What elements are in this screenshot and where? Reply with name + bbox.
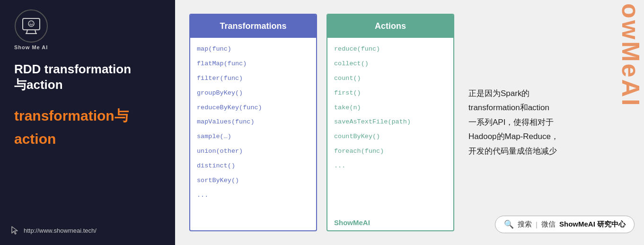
description-area: 正是因为Spark的transformation和action一系列API，使得…: [464, 87, 630, 159]
subtitle-line1: transformation与: [14, 106, 129, 125]
platform-label: 微信: [541, 220, 556, 229]
cursor-icon: [9, 225, 20, 236]
actions-table: Actions reduce(func) collect() count() f…: [326, 14, 454, 231]
transformations-header: Transformations: [190, 15, 316, 38]
svg-line-2: [35, 30, 36, 34]
svg-point-6: [32, 23, 33, 24]
actions-header: Actions: [327, 15, 453, 38]
actions-body: reduce(func) collect() count() first() t…: [327, 38, 453, 215]
main-content: Transformations map(func) flatMap(func) …: [175, 0, 644, 245]
actions-table-footer: ShowMeAI: [327, 215, 453, 230]
logo-icon: [21, 16, 42, 36]
list-item: reduce(func): [334, 43, 447, 56]
list-item: mapValues(func): [197, 115, 309, 129]
svg-point-5: [30, 23, 31, 24]
list-item: count(): [334, 72, 447, 86]
list-item: countByKey(): [334, 130, 447, 144]
svg-point-4: [28, 21, 34, 26]
logo-circle: [15, 9, 48, 43]
list-item: collect(): [334, 57, 447, 71]
list-item: flatMap(func): [197, 57, 309, 71]
logo-text: Show Me AI: [14, 44, 48, 50]
logo-area: Show Me AI: [14, 9, 48, 50]
description-text: 正是因为Spark的transformation和action一系列API，使得…: [468, 89, 559, 156]
list-item: groupByKey(): [197, 87, 309, 100]
website-link[interactable]: http://www.showmeai.tech/: [9, 225, 97, 236]
list-item: sample(…): [197, 130, 309, 144]
list-item: map(func): [197, 43, 309, 56]
website-url: http://www.showmeai.tech/: [24, 227, 97, 234]
list-item: ...: [334, 159, 447, 173]
divider: |: [536, 220, 538, 228]
list-item: saveAsTextFile(path): [334, 115, 447, 129]
list-item: first(): [334, 87, 447, 100]
list-item: take(n): [334, 101, 447, 115]
search-label: 搜索: [518, 220, 532, 229]
list-item: sortByKey(): [197, 174, 309, 188]
list-item: distinct(): [197, 159, 309, 173]
search-brand: ShowMeAI 研究中心: [559, 220, 626, 229]
list-item: ...: [197, 189, 309, 202]
list-item: foreach(func): [334, 145, 447, 158]
list-item: filter(func): [197, 72, 309, 86]
search-icon: 🔍: [504, 219, 514, 229]
page-title: RDD transformation与action: [14, 61, 131, 92]
list-item: reduceByKey(func): [197, 101, 309, 115]
subtitle-line2: action: [14, 130, 129, 148]
list-item: union(other): [197, 145, 309, 158]
svg-rect-0: [23, 18, 40, 30]
transformations-table: Transformations map(func) flatMap(func) …: [189, 14, 317, 231]
subtitle-area: transformation与 action: [14, 106, 129, 153]
search-bar[interactable]: 🔍 搜索 | 微信 ShowMeAI 研究中心: [495, 216, 635, 233]
sidebar: Show Me AI RDD transformation与action tra…: [0, 0, 175, 245]
svg-line-1: [26, 30, 27, 34]
transformations-body: map(func) flatMap(func) filter(func) gro…: [190, 38, 316, 230]
